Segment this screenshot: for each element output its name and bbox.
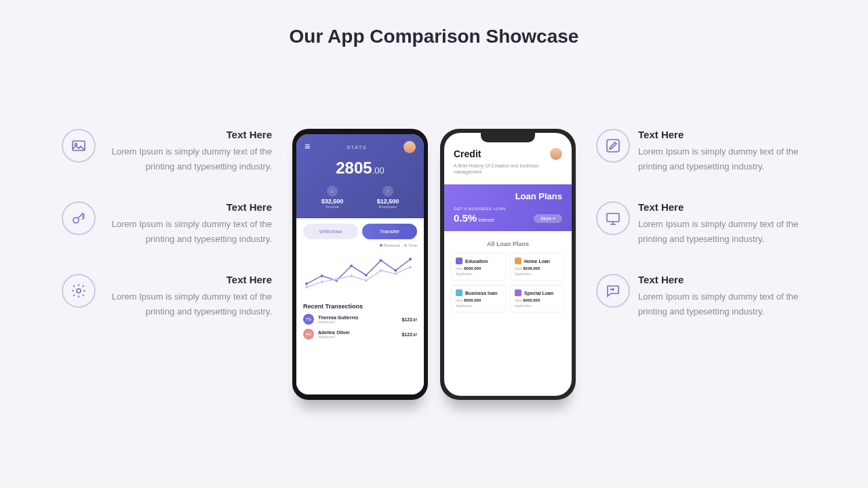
- svg-point-14: [335, 278, 338, 281]
- feature-desc: Lorem Ipsum is simply dummy text of the …: [638, 217, 806, 247]
- banner-label: GET A BUSINESS LOAN: [454, 207, 562, 211]
- feature-desc: Lorem Ipsum is simply dummy text of the …: [638, 144, 806, 174]
- loan-card-education[interactable]: Education have $000,000 Application: [451, 253, 506, 281]
- card-icon: [515, 258, 521, 264]
- recent-title: Recent Transections: [303, 303, 417, 310]
- monitor-icon: [596, 201, 630, 235]
- loan-card-business[interactable]: Business loan have $000,000 Application: [451, 285, 506, 312]
- feature-right-1: Text Here Lorem Ipsum is simply dummy te…: [596, 129, 806, 174]
- svg-point-8: [365, 274, 368, 277]
- svg-point-4: [305, 283, 308, 285]
- svg-point-19: [409, 266, 412, 268]
- phone-android: ≡ STATS 2805.00 ↓ $32,500 Income: [292, 129, 428, 400]
- credit-subtitle: A Brief History Of Creation and business…: [454, 163, 562, 175]
- svg-point-22: [611, 289, 612, 290]
- menu-icon[interactable]: ≡: [304, 144, 310, 150]
- feature-title: Text Here: [104, 201, 272, 213]
- card-icon: [456, 258, 462, 264]
- loan-banner: Loan Plans GET A BUSINESS LOAN 0.5%Inter…: [444, 184, 572, 231]
- feature-title: Text Here: [104, 274, 272, 285]
- avatar-initials: AO: [303, 329, 314, 340]
- card-icon: [456, 289, 462, 296]
- chat-icon: [596, 274, 630, 308]
- credit-title: Credit: [454, 148, 481, 159]
- svg-point-11: [409, 258, 412, 260]
- income-stat: ↓ $32,500 Income: [321, 186, 344, 209]
- gear-icon: [62, 274, 96, 308]
- feature-title: Text Here: [638, 129, 806, 140]
- balance: 2805.00: [304, 159, 416, 178]
- svg-point-2: [73, 218, 79, 223]
- avatar-initials: TG: [303, 314, 314, 325]
- card-icon: [515, 289, 521, 296]
- page-title: Our App Comparison Showcase: [41, 26, 827, 47]
- svg-point-7: [350, 264, 353, 267]
- svg-point-5: [321, 274, 323, 277]
- edit-icon: [596, 129, 630, 163]
- upload-icon: ↑: [382, 186, 393, 197]
- svg-point-16: [365, 279, 368, 282]
- svg-point-13: [321, 281, 323, 283]
- left-features: Text Here Lorem Ipsum is simply dummy te…: [62, 129, 272, 320]
- svg-point-18: [394, 272, 397, 275]
- feature-left-1: Text Here Lorem Ipsum is simply dummy te…: [62, 129, 272, 174]
- feature-title: Text Here: [638, 201, 806, 213]
- feature-right-2: Text Here Lorem Ipsum is simply dummy te…: [596, 201, 806, 247]
- loan-card-home[interactable]: Home Loan have $039,000 Application: [510, 253, 565, 281]
- all-plans-label: All Loan Plans: [444, 241, 572, 247]
- feature-right-3: Text Here Lorem Ipsum is simply dummy te…: [596, 274, 806, 319]
- notch: [481, 133, 535, 142]
- svg-point-10: [394, 269, 397, 272]
- image-icon: [62, 129, 96, 163]
- feature-left-2: Text Here Lorem Ipsum is simply dummy te…: [62, 201, 272, 247]
- feature-desc: Lorem Ipsum is simply dummy text of the …: [638, 289, 806, 319]
- avatar[interactable]: [550, 148, 562, 160]
- banner-title: Loan Plans: [454, 191, 562, 201]
- download-icon: ↓: [327, 186, 338, 197]
- line-chart: [303, 250, 417, 298]
- stats-label: STATS: [347, 144, 367, 150]
- withdraw-button[interactable]: Withdraw: [303, 224, 358, 239]
- right-features: Text Here Lorem Ipsum is simply dummy te…: [596, 129, 806, 320]
- svg-rect-20: [607, 140, 619, 152]
- svg-point-17: [380, 269, 382, 272]
- more-button[interactable]: More »: [534, 214, 562, 223]
- chart-legend: RevenueTime: [303, 243, 417, 247]
- feature-desc: Lorem Ipsum is simply dummy text of the …: [104, 289, 272, 319]
- key-icon: [62, 201, 96, 235]
- svg-point-9: [380, 259, 382, 262]
- avatar[interactable]: [403, 141, 416, 153]
- feature-title: Text Here: [638, 274, 806, 285]
- expenses-stat: ↑ $12,500 Expenses: [377, 186, 399, 209]
- svg-point-15: [350, 274, 353, 277]
- svg-rect-21: [607, 214, 619, 222]
- phone-iphone: Credit A Brief History Of Creation and b…: [440, 129, 576, 400]
- svg-point-12: [305, 286, 308, 289]
- feature-title: Text Here: [104, 129, 272, 140]
- transaction-row[interactable]: AO Adeline Oliver Mastercard $122.87: [303, 329, 417, 340]
- feature-desc: Lorem Ipsum is simply dummy text of the …: [104, 217, 272, 247]
- feature-desc: Lorem Ipsum is simply dummy text of the …: [104, 144, 272, 174]
- transaction-row[interactable]: TG Theresa Gutierrez Mastercard $122.87: [303, 314, 417, 325]
- svg-point-3: [77, 289, 81, 293]
- transfer-button[interactable]: Transfer: [362, 224, 417, 239]
- loan-card-special[interactable]: Special Loan have $000,000 Application: [510, 285, 565, 312]
- feature-left-3: Text Here Lorem Ipsum is simply dummy te…: [62, 274, 272, 319]
- phones-mockup: ≡ STATS 2805.00 ↓ $32,500 Income: [292, 129, 576, 400]
